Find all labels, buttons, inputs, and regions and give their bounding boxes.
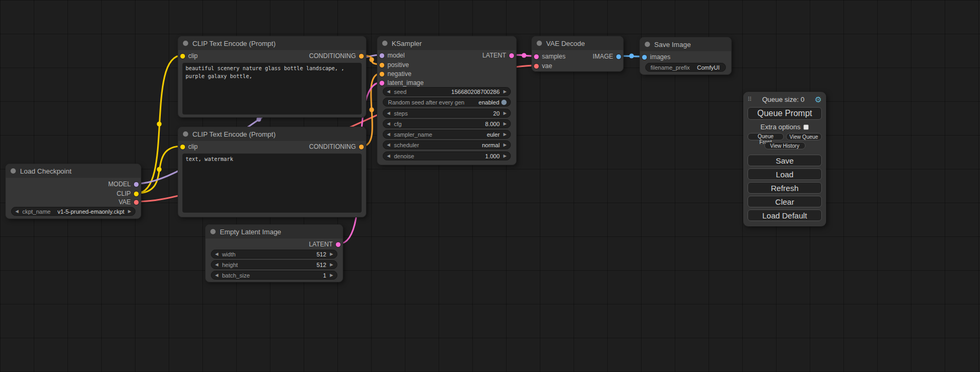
decrement-arrow-icon[interactable]: ◀ — [387, 132, 390, 137]
decrement-arrow-icon[interactable]: ◀ — [215, 252, 218, 256]
slot-dot-model[interactable] — [134, 182, 139, 187]
increment-arrow-icon[interactable]: ▶ — [503, 90, 507, 94]
slot-dot-latent[interactable] — [336, 242, 341, 247]
decrement-arrow-icon[interactable]: ◀ — [387, 90, 390, 94]
collapse-dot-icon[interactable] — [183, 131, 188, 137]
node-clip-text-encode-positive[interactable]: CLIP Text Encode (Prompt) clip CONDITION… — [178, 36, 366, 118]
node-ksampler[interactable]: KSampler model positive negative latent_… — [377, 36, 517, 165]
node-header[interactable]: Save Image — [640, 37, 731, 51]
slot-dot-latent[interactable] — [509, 53, 514, 58]
slot-dot-clip[interactable] — [180, 54, 185, 59]
prompt-textarea[interactable]: beautiful scenery nature glass bottle la… — [182, 63, 362, 115]
output-slot-conditioning[interactable]: CONDITIONING — [309, 52, 364, 60]
view-history-button[interactable]: View History — [764, 142, 806, 149]
decrement-arrow-icon[interactable]: ◀ — [215, 263, 218, 267]
widget-filename-prefix[interactable]: filename_prefix ComfyUI — [645, 63, 726, 72]
input-slot-latent-image[interactable]: latent_image — [380, 79, 424, 87]
collapse-dot-icon[interactable] — [11, 168, 16, 174]
slot-dot-vae[interactable] — [534, 64, 539, 69]
node-save-image[interactable]: Save Image images filename_prefix ComfyU… — [639, 37, 732, 75]
output-slot-latent[interactable]: LATENT — [309, 240, 341, 249]
increment-arrow-icon[interactable]: ▶ — [503, 154, 507, 158]
collapse-dot-icon[interactable] — [382, 41, 387, 46]
node-empty-latent-image[interactable]: Empty Latent Image LATENT ◀ width 512 ▶ … — [205, 224, 343, 282]
decrement-arrow-icon[interactable]: ◀ — [387, 111, 390, 116]
clear-button[interactable]: Clear — [748, 196, 822, 207]
node-clip-text-encode-negative[interactable]: CLIP Text Encode (Prompt) clip CONDITION… — [178, 127, 366, 217]
node-header[interactable]: CLIP Text Encode (Prompt) — [178, 127, 366, 141]
output-slot-conditioning[interactable]: CONDITIONING — [309, 142, 364, 151]
widget-width[interactable]: ◀ width 512 ▶ — [211, 250, 337, 259]
widget-random-seed-toggle[interactable]: Random seed after every gen enabled — [383, 98, 511, 107]
prompt-textarea[interactable]: text, watermark — [182, 154, 362, 213]
input-slot-images[interactable]: images — [642, 53, 671, 61]
widget-ckpt-name[interactable]: ◀ ckpt_name v1-5-pruned-emaonly.ckpt ▶ — [11, 207, 135, 216]
output-slot-vae[interactable]: VAE — [119, 198, 139, 206]
node-header[interactable]: KSampler — [377, 36, 516, 50]
refresh-button[interactable]: Refresh — [748, 182, 822, 194]
slot-dot-vae[interactable] — [134, 200, 139, 205]
view-queue-button[interactable]: View Queue — [786, 133, 822, 140]
slot-dot-image[interactable] — [616, 54, 621, 59]
collapse-dot-icon[interactable] — [183, 41, 188, 46]
slot-dot-image[interactable] — [642, 55, 647, 60]
slot-dot-clip[interactable] — [134, 192, 139, 196]
input-slot-clip[interactable]: clip — [180, 52, 198, 60]
save-button[interactable]: Save — [748, 155, 822, 166]
queue-prompt-button[interactable]: Queue Prompt — [748, 107, 822, 120]
decrement-arrow-icon[interactable]: ◀ — [15, 209, 18, 214]
increment-arrow-icon[interactable]: ▶ — [503, 143, 507, 147]
increment-arrow-icon[interactable]: ▶ — [503, 122, 507, 126]
collapse-dot-icon[interactable] — [645, 42, 650, 47]
widget-sampler-name[interactable]: ◀ sampler_name euler ▶ — [383, 130, 511, 139]
output-slot-image[interactable]: IMAGE — [593, 52, 621, 61]
slot-dot-clip[interactable] — [180, 145, 185, 149]
collapse-dot-icon[interactable] — [537, 41, 542, 46]
node-header[interactable]: Empty Latent Image — [206, 225, 343, 239]
input-slot-model[interactable]: model — [380, 51, 405, 60]
load-button[interactable]: Load — [748, 168, 822, 180]
graph-canvas[interactable]: Load Checkpoint MODEL CLIP VAE ◀ ckpt_na… — [0, 0, 980, 372]
queue-front-button[interactable]: Queue Front — [748, 133, 784, 140]
slot-dot-latent[interactable] — [534, 54, 539, 59]
increment-arrow-icon[interactable]: ▶ — [330, 273, 333, 278]
increment-arrow-icon[interactable]: ▶ — [128, 209, 131, 214]
settings-gear-icon[interactable]: ⚙ — [815, 96, 822, 103]
slot-dot-conditioning[interactable] — [380, 72, 384, 77]
widget-steps[interactable]: ◀ steps 20 ▶ — [383, 109, 511, 118]
output-slot-model[interactable]: MODEL — [108, 180, 139, 188]
slot-dot-latent[interactable] — [380, 81, 384, 85]
widget-seed[interactable]: ◀ seed 156680208700286 ▶ — [383, 87, 511, 96]
toggle-dot[interactable] — [501, 100, 507, 105]
slot-dot-conditioning[interactable] — [359, 54, 364, 59]
output-slot-latent[interactable]: LATENT — [482, 51, 514, 60]
increment-arrow-icon[interactable]: ▶ — [503, 132, 507, 137]
widget-height[interactable]: ◀ height 512 ▶ — [211, 260, 337, 269]
widget-scheduler[interactable]: ◀ scheduler normal ▶ — [383, 140, 511, 149]
slot-dot-conditioning[interactable] — [359, 145, 364, 149]
input-slot-negative[interactable]: negative — [380, 70, 411, 78]
extra-options-checkbox[interactable] — [803, 125, 809, 130]
widget-denoise[interactable]: ◀ denoise 1.000 ▶ — [383, 151, 511, 160]
decrement-arrow-icon[interactable]: ◀ — [387, 154, 390, 158]
output-slot-clip[interactable]: CLIP — [117, 189, 139, 198]
node-header[interactable]: Load Checkpoint — [6, 164, 141, 178]
node-header[interactable]: CLIP Text Encode (Prompt) — [178, 36, 366, 50]
input-slot-samples[interactable]: samples — [534, 52, 566, 61]
decrement-arrow-icon[interactable]: ◀ — [387, 143, 390, 147]
node-vae-decode[interactable]: VAE Decode samples vae IMAGE — [531, 36, 624, 72]
increment-arrow-icon[interactable]: ▶ — [330, 252, 333, 256]
node-load-checkpoint[interactable]: Load Checkpoint MODEL CLIP VAE ◀ ckpt_na… — [5, 164, 141, 219]
drag-handle-icon[interactable]: ⠿ — [748, 96, 752, 103]
increment-arrow-icon[interactable]: ▶ — [503, 111, 507, 116]
collapse-dot-icon[interactable] — [210, 229, 216, 234]
input-slot-positive[interactable]: positive — [380, 61, 409, 69]
decrement-arrow-icon[interactable]: ◀ — [215, 273, 218, 278]
slot-dot-model[interactable] — [380, 53, 384, 58]
widget-batch-size[interactable]: ◀ batch_size 1 ▶ — [211, 271, 337, 280]
decrement-arrow-icon[interactable]: ◀ — [387, 122, 390, 126]
increment-arrow-icon[interactable]: ▶ — [330, 263, 333, 267]
input-slot-clip[interactable]: clip — [180, 142, 198, 151]
widget-cfg[interactable]: ◀ cfg 8.000 ▶ — [383, 119, 511, 128]
input-slot-vae[interactable]: vae — [534, 62, 552, 70]
